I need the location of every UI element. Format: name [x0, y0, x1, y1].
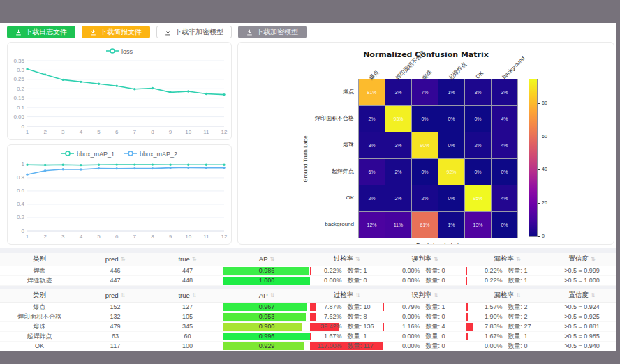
sort-caret-icon: ⇅: [121, 257, 126, 262]
rate-percent: 0.00%: [392, 277, 420, 284]
cell-ap: 1.000: [223, 275, 310, 285]
matrix-cell: 3%: [465, 79, 491, 105]
download-icon: [15, 29, 22, 36]
matrix-cell: 92%: [438, 159, 464, 185]
download-button-plain[interactable]: 下载非加密模型: [156, 26, 232, 38]
download-button-orange[interactable]: 下载简报文件: [82, 26, 150, 38]
matrix-cell: 1%: [438, 79, 464, 105]
cell-conf: >0.5 = 0.925: [548, 312, 616, 321]
cell-conf: >0.5 = 0.985: [548, 331, 616, 341]
rate-text: 39.42%数量: 136: [310, 322, 383, 331]
matrix-cell: 90%: [412, 132, 438, 158]
cell-conf: >0.5 = 1.000: [548, 275, 616, 285]
column-header-conf[interactable]: 置信度⇅: [548, 289, 616, 302]
svg-text:1: 1: [26, 234, 29, 240]
cell-pred: 132: [79, 312, 152, 321]
column-title: 过检率: [333, 255, 353, 264]
rate-percent: 0.00%: [392, 313, 420, 320]
line-chart-plot: 00.050.10.150.20.250.30.3512345678910111…: [8, 56, 231, 137]
download-button-gray[interactable]: 下载加密模型: [238, 26, 307, 38]
column-title: 漏检率: [494, 291, 514, 300]
colorbar-tick: 80: [542, 100, 547, 105]
rate-count: 数量: 1: [426, 303, 458, 312]
matrix-cell: 13%: [465, 212, 491, 238]
column-header-pred[interactable]: pred⇅: [79, 289, 152, 302]
rate-count: 数量: 136: [348, 322, 380, 331]
matrix-cell: 2%: [359, 106, 385, 132]
cell-mis: 0.79%数量: 1: [383, 302, 466, 312]
cell-miss: 7.83%数量: 27: [466, 321, 548, 331]
column-title: true: [178, 255, 189, 263]
column-title: 置信度: [568, 255, 589, 264]
cell-over: 117.00%数量: 117: [310, 341, 383, 351]
table-row: 爆点1521270.9677.87%数量: 100.79%数量: 11.57%数…: [0, 302, 616, 312]
sort-caret-icon: ⇅: [121, 293, 126, 298]
svg-text:9: 9: [169, 234, 172, 240]
legend-item-loss[interactable]: loss: [106, 47, 133, 56]
cell-conf: >0.5 = 0.924: [548, 302, 616, 312]
rate-text: 0.00%数量: 0: [383, 276, 466, 285]
rate-count: 数量: 10: [348, 303, 380, 312]
rate-count: 数量: 4: [426, 322, 458, 331]
cell-label: 起焊炸点: [0, 331, 79, 341]
svg-text:0.1: 0.1: [17, 105, 25, 111]
matrix-cell: 1%: [438, 212, 464, 238]
svg-text:0.8: 0.8: [17, 174, 25, 181]
map-chart-card: bbox_mAP_1bbox_mAP_200.20.40.60.81123456…: [7, 144, 232, 245]
column-header-miss[interactable]: 漏检率⇅: [466, 253, 548, 266]
column-header-miss[interactable]: 漏检率⇅: [466, 289, 548, 302]
legend-item-bbox_mAP_1[interactable]: bbox_mAP_1: [61, 149, 115, 159]
column-header-true[interactable]: true⇅: [152, 289, 223, 302]
cell-over: 0.00%数量: 0: [310, 275, 383, 285]
column-header-over[interactable]: 过检率⇅: [310, 253, 383, 266]
rate-percent: 0.00%: [392, 342, 420, 349]
cell-ap: 0.986: [223, 266, 310, 275]
column-title: true: [178, 291, 189, 299]
rate-count: 数量: 2: [508, 312, 540, 321]
svg-text:0.15: 0.15: [13, 95, 24, 101]
rate-count: 数量: 1: [348, 332, 380, 341]
column-header-mis[interactable]: 误判率⇅: [383, 289, 466, 302]
cell-mis: 0.00%数量: 0: [383, 341, 466, 351]
rate-text: 0.00%数量: 0: [466, 342, 548, 351]
svg-text:10: 10: [185, 129, 191, 135]
cell-conf: >0.5 = 0.940: [548, 341, 616, 351]
cell-pred: 63: [79, 331, 152, 341]
rate-text: 0.00%数量: 0: [383, 266, 466, 275]
cell-ap: 0.929: [223, 341, 310, 351]
right-gutter: [616, 23, 620, 349]
svg-text:0.3: 0.3: [17, 67, 25, 73]
column-title: pred: [105, 291, 119, 299]
column-title: 置信度: [568, 291, 589, 300]
rate-count: 数量: 27: [508, 322, 540, 331]
svg-text:8: 8: [151, 129, 154, 135]
rate-text: 0.00%数量: 0: [383, 312, 466, 321]
column-header-conf[interactable]: 置信度⇅: [548, 253, 616, 266]
cell-miss: 1.67%数量: 1: [466, 331, 548, 341]
column-header-pred[interactable]: pred⇅: [79, 253, 152, 266]
rate-percent: 0.00%: [314, 277, 342, 284]
series-line-bbox_mAP_2: [27, 167, 224, 174]
svg-text:12: 12: [221, 234, 228, 240]
rate-percent: 0.22%: [314, 267, 342, 274]
cell-label: 熔珠: [0, 321, 79, 331]
matrix-row-label: OK: [249, 185, 354, 211]
rate-percent: 39.42%: [314, 323, 342, 330]
ap-value: 0.967: [223, 303, 310, 312]
svg-text:0.35: 0.35: [13, 58, 24, 64]
legend-item-bbox_mAP_2[interactable]: bbox_mAP_2: [124, 149, 177, 159]
column-header-ap[interactable]: AP⇅: [223, 289, 310, 302]
column-header-ap[interactable]: AP⇅: [223, 253, 310, 266]
column-header-mis[interactable]: 误判率⇅: [383, 253, 466, 266]
rate-text: 0.00%数量: 0: [310, 276, 383, 285]
ap-value: 0.986: [223, 266, 310, 275]
download-button-green[interactable]: 下载日志文件: [7, 26, 75, 38]
ap-value: 0.900: [223, 322, 310, 331]
column-header-over[interactable]: 过检率⇅: [310, 289, 383, 302]
cell-label: 焊印面积不合格: [0, 312, 79, 321]
column-header-true[interactable]: true⇅: [152, 253, 223, 266]
svg-text:0.6: 0.6: [17, 188, 25, 194]
legend-label: bbox_mAP_1: [77, 151, 115, 158]
top-window-bar: [0, 0, 620, 23]
svg-text:12: 12: [221, 129, 228, 135]
